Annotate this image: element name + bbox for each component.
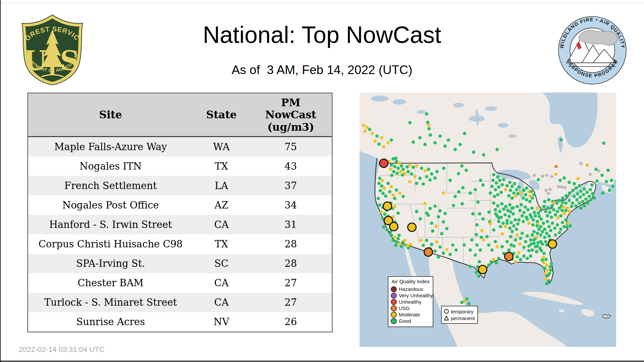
station-dot (547, 225, 551, 228)
station-dot (490, 185, 494, 188)
station-dot (550, 175, 553, 178)
station-dot (542, 222, 545, 225)
station-dot (579, 195, 582, 199)
station-dot (571, 189, 575, 192)
station-dot (534, 214, 537, 218)
station-dot (388, 190, 391, 193)
station-dot (561, 221, 564, 224)
station-dot (385, 228, 389, 231)
aqi-color-swatch (391, 312, 397, 318)
station-dot (549, 229, 552, 232)
station-dot (573, 182, 576, 185)
station-dot (554, 165, 558, 168)
station-dot (545, 232, 548, 235)
station-dot (564, 201, 568, 205)
station-dot (427, 123, 430, 127)
station-dot (425, 112, 428, 116)
station-dot (552, 201, 556, 204)
station-dot (608, 189, 611, 192)
station-dot (390, 185, 393, 188)
state-cell: WA (193, 137, 250, 157)
station-dot (546, 268, 549, 272)
station-dot (543, 236, 546, 239)
station-dot (422, 182, 425, 186)
station-dot (502, 207, 505, 211)
station-dot (363, 129, 367, 133)
station-dot (467, 302, 471, 305)
station-dot (544, 258, 548, 261)
station-dot (567, 222, 570, 225)
station-dot (542, 252, 546, 255)
station-dot (508, 203, 512, 206)
station-dot (415, 210, 418, 213)
station-dot (513, 182, 516, 185)
station-dot (397, 162, 401, 165)
station-dot (412, 140, 415, 144)
aqi-legend-label: Unhealthy (399, 299, 422, 305)
site-cell: Maple Falls-Azure Way (28, 137, 193, 157)
station-dot (568, 199, 571, 202)
station-dot (492, 201, 495, 205)
station-dot (548, 265, 552, 268)
station-dot (480, 229, 484, 232)
station-dot (489, 191, 492, 195)
station-dot (522, 189, 526, 192)
station-dot (527, 222, 531, 225)
station-dot (544, 189, 548, 192)
aqi-legend-label: Hazardous (399, 286, 423, 292)
value-cell: 27 (250, 293, 332, 312)
station-dot (514, 218, 517, 222)
table-row: French SettlementLA37 (28, 176, 332, 195)
station-dot (380, 184, 383, 188)
station-dot (537, 178, 540, 181)
station-dot (548, 211, 551, 214)
top-site-marker (380, 159, 388, 168)
station-dot (440, 232, 443, 235)
station-dot (418, 136, 422, 139)
station-dot (479, 248, 482, 252)
station-dot (533, 211, 536, 214)
station-dot (543, 200, 546, 203)
station-dot (529, 238, 532, 242)
station-dot (481, 183, 485, 187)
station-dot (579, 190, 583, 193)
temporary-legend-row: temporary (444, 308, 475, 315)
station-dot (533, 174, 536, 177)
station-dot (574, 204, 578, 207)
station-dot (381, 192, 385, 195)
station-dot (424, 169, 427, 172)
station-dot (532, 230, 536, 233)
station-dot (579, 206, 583, 210)
station-dot (532, 193, 536, 196)
station-dot (576, 192, 579, 195)
value-cell: 34 (250, 195, 332, 215)
station-dot (546, 206, 550, 210)
station-dot (503, 213, 507, 217)
station-dot (531, 223, 535, 227)
station-dot (379, 189, 382, 192)
station-dot (389, 168, 392, 171)
station-dot (406, 165, 409, 169)
station-dot (382, 145, 385, 148)
station-dot (409, 243, 412, 246)
us-air-quality-map: Air Quality Index HazardousVery Unhealth… (360, 93, 616, 347)
station-dot (542, 205, 546, 208)
station-dot (373, 139, 377, 143)
station-dot (557, 185, 560, 188)
station-dot (479, 179, 482, 182)
station-dot (452, 204, 455, 207)
state-cell: CA (193, 273, 250, 293)
temporary-circle-icon (444, 309, 449, 314)
station-dot (591, 192, 594, 195)
station-dot (408, 180, 412, 183)
page-title: National: Top NowCast (0, 21, 644, 48)
station-dot (475, 223, 479, 227)
station-dot (412, 166, 415, 169)
station-dot (474, 188, 477, 191)
station-dot (570, 205, 573, 208)
site-cell: Corpus Christi Huisache C98 (28, 234, 193, 254)
station-dot (422, 244, 425, 247)
station-dot (475, 233, 478, 236)
station-dot (389, 230, 392, 234)
station-dot (463, 132, 466, 135)
